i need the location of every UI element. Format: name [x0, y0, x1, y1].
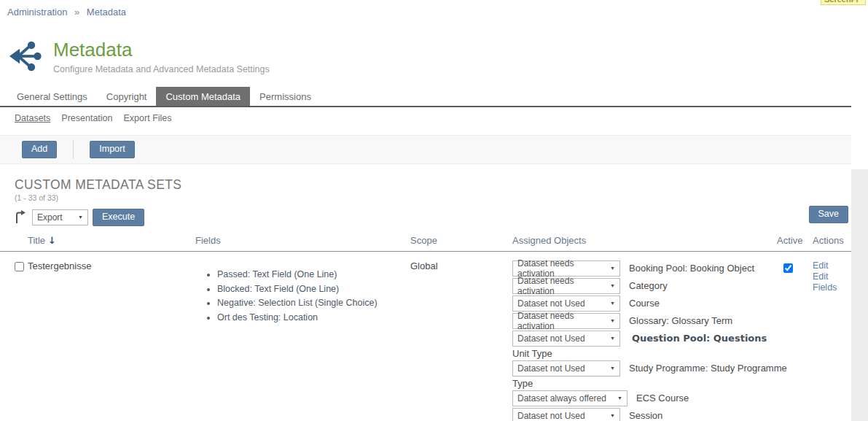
- column-header-title: Title↓: [28, 235, 195, 246]
- assignment-select-booking-pool[interactable]: Dataset needs activation▼: [512, 260, 620, 277]
- column-header-actions: Actions: [811, 235, 851, 246]
- assigned-object-label: Glossary: Glossary Term: [629, 315, 732, 326]
- toolbar: Add Import: [0, 135, 851, 164]
- column-header-fields: Fields: [195, 235, 410, 246]
- title-header-label[interactable]: Title: [28, 235, 45, 246]
- subtab-datasets[interactable]: Datasets: [15, 113, 50, 123]
- table-command-row: Export ▼ Execute Save: [15, 209, 851, 226]
- row-select-checkbox[interactable]: [15, 262, 24, 271]
- sort-descending-icon[interactable]: ↓: [48, 235, 56, 246]
- chevron-down-icon: ▼: [617, 395, 622, 401]
- chevron-down-icon: ▼: [78, 215, 83, 220]
- import-button[interactable]: Import: [90, 141, 134, 158]
- breadcrumb-separator: »: [74, 7, 79, 18]
- page-header: Metadata Configure Metadata and Advanced…: [9, 39, 851, 74]
- actions-cell: Edit Edit Fields: [811, 260, 851, 421]
- row-active-checkbox[interactable]: [783, 263, 793, 273]
- assignment-select-session[interactable]: Dataset not Used▼: [512, 408, 620, 421]
- tab-custom-metadata[interactable]: Custom Metadata: [156, 87, 250, 106]
- add-button[interactable]: Add: [22, 141, 57, 158]
- section-title: CUSTOM METADATA SETS: [15, 177, 851, 193]
- page-title: Metadata: [53, 39, 270, 61]
- assigned-objects-cell: Dataset needs activation▼ Booking Pool: …: [512, 260, 775, 421]
- tab-bar: General Settings Copyright Custom Metada…: [0, 87, 851, 107]
- assignment-select-question-pool[interactable]: Dataset not Used▼: [512, 331, 620, 347]
- assigned-object-label-unit-type: Unit Type: [512, 348, 775, 359]
- breadcrumb-metadata-link[interactable]: Metadata: [87, 7, 126, 18]
- chevron-down-icon: ▼: [610, 413, 615, 418]
- column-header-active: Active: [775, 235, 811, 246]
- field-item: Ort des Testing: Location: [217, 311, 410, 325]
- tab-general-settings[interactable]: General Settings: [7, 87, 97, 106]
- screen-capture-tooltip: ScreenFl: [821, 0, 866, 6]
- field-item: Negative: Selection List (Single Choice): [217, 296, 410, 310]
- row-scope: Global: [410, 260, 512, 421]
- toolbar-divider: [73, 140, 74, 159]
- assigned-object-label: Question Pool: Questions: [632, 333, 767, 344]
- tab-permissions[interactable]: Permissions: [250, 87, 321, 106]
- assignment-select-ecs-course[interactable]: Dataset always offered▼: [512, 390, 627, 406]
- metadata-icon: [9, 41, 43, 72]
- assigned-object-label: ECS Course: [636, 393, 689, 403]
- column-header-scope: Scope: [410, 235, 512, 246]
- breadcrumb-administration-link[interactable]: Administration: [7, 7, 67, 18]
- subtab-bar: Datasets Presentation Export Files: [0, 107, 851, 128]
- subtab-export-files[interactable]: Export Files: [124, 113, 172, 123]
- chevron-down-icon: ▼: [610, 266, 615, 271]
- column-header-assigned-objects: Assigned Objects: [512, 235, 775, 246]
- assigned-object-label: Study Programme: Study Programme: [629, 363, 787, 374]
- page-subtitle: Configure Metadata and Advanced Metadata…: [53, 64, 270, 74]
- assigned-object-label: Booking Pool: Booking Object: [629, 263, 754, 274]
- chevron-down-icon: ▼: [610, 366, 615, 371]
- page-background-strip: [851, 169, 868, 421]
- chevron-down-icon: ▼: [610, 283, 615, 288]
- breadcrumb: Administration » Metadata: [0, 0, 851, 18]
- tab-copyright[interactable]: Copyright: [97, 87, 157, 106]
- assigned-object-label-type: Type: [512, 378, 775, 389]
- page-content: Administration » Metadata Metadata Confi…: [0, 0, 851, 421]
- assigned-object-label: Session: [629, 410, 662, 421]
- edit-link[interactable]: Edit: [813, 260, 843, 271]
- bulk-action-select[interactable]: Export ▼: [32, 209, 88, 225]
- chevron-down-icon: ▼: [610, 318, 615, 323]
- bulk-action-selected-value: Export: [37, 212, 63, 223]
- assignment-select-glossary[interactable]: Dataset needs activation▼: [512, 313, 620, 329]
- field-item: Passed: Text Field (One Line): [217, 268, 410, 282]
- chevron-down-icon: ▼: [610, 301, 615, 306]
- table-row: Testergebnisse Passed: Text Field (One L…: [0, 252, 851, 421]
- assigned-object-label: Category: [629, 280, 668, 291]
- subtab-presentation[interactable]: Presentation: [61, 113, 112, 123]
- edit-fields-link[interactable]: Edit Fields: [813, 271, 843, 293]
- result-range: (1 - 33 of 33): [15, 193, 851, 202]
- chevron-down-icon: ▼: [610, 336, 615, 341]
- assigned-object-label: Course: [629, 298, 660, 309]
- row-title: Testergebnisse: [28, 260, 195, 421]
- table-header-row: Title↓ Fields Scope Assigned Objects Act…: [0, 231, 851, 252]
- save-button[interactable]: Save: [809, 206, 849, 223]
- apply-arrow-icon: [15, 210, 26, 224]
- fields-list: Passed: Text Field (One Line) Blocked: T…: [195, 268, 410, 325]
- execute-button[interactable]: Execute: [93, 209, 144, 226]
- assignment-select-course[interactable]: Dataset not Used▼: [512, 296, 620, 312]
- assignment-select-study-programme[interactable]: Dataset not Used▼: [512, 360, 620, 376]
- field-item: Blocked: Text Field (One Line): [217, 282, 410, 296]
- assignment-select-category[interactable]: Dataset needs activation▼: [512, 278, 620, 294]
